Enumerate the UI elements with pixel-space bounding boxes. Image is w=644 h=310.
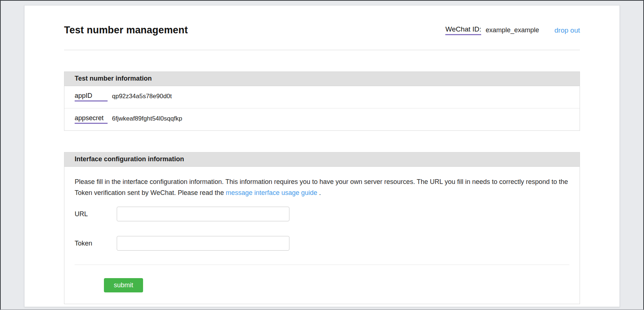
appsecret-value: 6fjwkeaf89fght54l0sqqfkp [112, 114, 182, 122]
viewport: Test number management WeChat ID: exampl… [0, 0, 644, 310]
appid-row: appID qp92z34a5s78e90d0t [64, 86, 580, 108]
config-description: Please fill in the interface configurati… [75, 176, 569, 198]
interface-config-header: Interface configuration information [64, 152, 580, 167]
url-input[interactable] [117, 207, 289, 221]
url-form-row: URL [75, 207, 569, 221]
drop-out-link[interactable]: drop out [554, 26, 580, 34]
submit-button[interactable]: submit [104, 278, 143, 292]
interface-config-panel: Interface configuration information Plea… [64, 152, 580, 304]
submit-divider [75, 265, 569, 265]
title-divider [64, 50, 580, 50]
test-number-info-header: Test number information [64, 72, 580, 86]
test-number-info-panel: Test number information appID qp92z34a5s… [64, 71, 580, 131]
page-title: Test number management [64, 25, 188, 36]
token-form-row: Token [75, 236, 569, 251]
appsecret-label: appsecret [75, 114, 108, 124]
appid-value: qp92z34a5s78e90d0t [112, 92, 172, 100]
interface-config-body: Please fill in the interface configurati… [64, 167, 580, 292]
appsecret-row: appsecret 6fjwkeaf89fght54l0sqqfkp [64, 108, 580, 130]
wechat-id-label: WeChat ID: [445, 25, 481, 35]
config-description-part1: Please fill in the interface configurati… [75, 178, 568, 196]
main-card: Test number management WeChat ID: exampl… [24, 5, 620, 307]
token-input[interactable] [117, 236, 289, 251]
message-interface-usage-guide-link[interactable]: message interface usage guide [226, 189, 317, 196]
page-header: Test number management WeChat ID: exampl… [64, 25, 580, 36]
wechat-id-value: example_example [486, 26, 539, 34]
account-box: WeChat ID: example_example drop out [445, 25, 580, 35]
url-label: URL [75, 210, 117, 218]
appid-label: appID [75, 92, 108, 102]
token-label: Token [75, 240, 117, 247]
config-description-part2: . [317, 189, 321, 196]
